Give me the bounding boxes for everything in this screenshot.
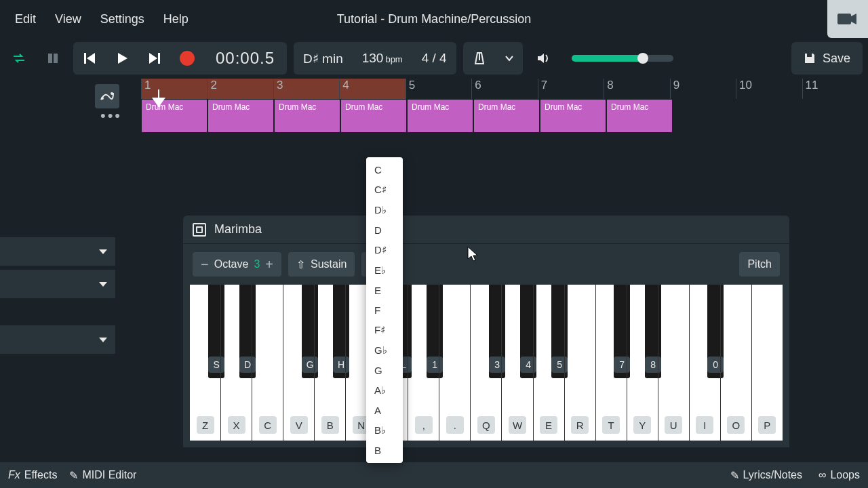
note-option[interactable]: A♭ xyxy=(366,380,403,401)
note-option[interactable]: F xyxy=(366,300,403,320)
video-camera-button[interactable] xyxy=(827,0,868,38)
piano-keyboard[interactable]: SDGHL1345780 ZXCVBN,.QWERTYUIOP xyxy=(190,285,783,441)
octave-minus[interactable]: − xyxy=(201,257,209,272)
ruler-tick[interactable]: 10 xyxy=(736,79,802,99)
instrument-name[interactable]: Marimba xyxy=(214,222,262,237)
sidebar-dropdown-3[interactable] xyxy=(0,325,115,354)
white-key[interactable]: U xyxy=(658,285,690,441)
play-button[interactable] xyxy=(106,42,138,75)
ruler-tick[interactable]: 1 xyxy=(141,79,207,99)
white-key[interactable]: W xyxy=(502,285,533,441)
note-option[interactable]: C♯ xyxy=(366,180,403,200)
midi-clip[interactable]: Drum Mac xyxy=(407,99,473,133)
note-option[interactable]: G xyxy=(366,361,403,380)
note-dropdown[interactable]: CC♯D♭DD♯E♭EFF♯G♭GA♭AB♭B xyxy=(366,157,403,463)
white-key[interactable]: , xyxy=(408,285,439,441)
octave-plus[interactable]: + xyxy=(265,257,273,272)
white-key[interactable]: Q xyxy=(471,285,502,441)
skip-back-button[interactable] xyxy=(73,42,106,75)
ruler-tick[interactable]: 3 xyxy=(273,79,339,99)
note-option[interactable]: D♭ xyxy=(366,200,403,220)
time-display[interactable]: 00:00.5 xyxy=(203,49,287,68)
save-button[interactable]: Save xyxy=(791,42,863,75)
chevron-down-icon xyxy=(99,249,107,254)
record-button[interactable] xyxy=(171,42,203,75)
lyrics-tab[interactable]: ✎ Lyrics/Notes xyxy=(730,469,802,482)
note-option[interactable]: B♭ xyxy=(366,420,403,441)
ruler-tick[interactable]: 9 xyxy=(670,79,736,99)
white-key[interactable]: T xyxy=(596,285,627,441)
clip-lane[interactable]: Drum MacDrum MacDrum MacDrum MacDrum Mac… xyxy=(141,99,673,133)
note-option[interactable]: F♯ xyxy=(366,320,403,340)
note-option[interactable]: D xyxy=(366,220,403,240)
ruler-tick[interactable]: 5 xyxy=(406,79,471,99)
timesig-selector[interactable]: 4 / 4 xyxy=(412,51,456,66)
automation-icon[interactable] xyxy=(95,84,119,108)
midi-clip[interactable]: Drum Mac xyxy=(208,99,274,133)
volume-slider[interactable] xyxy=(572,55,673,62)
split-icon[interactable] xyxy=(39,42,66,75)
white-key[interactable]: R xyxy=(565,285,596,441)
metronome-group xyxy=(463,42,523,75)
midi-clip[interactable]: Drum Mac xyxy=(540,99,606,133)
playhead[interactable] xyxy=(152,98,165,107)
white-key[interactable]: E xyxy=(534,285,565,441)
white-key[interactable]: C xyxy=(252,285,283,441)
sidebar-dropdown-2[interactable] xyxy=(0,270,115,298)
song-settings: D♯ min 130bpm 4 / 4 xyxy=(294,42,456,75)
midi-editor-tab[interactable]: ✎ MIDI Editor xyxy=(69,469,136,482)
tempo-selector[interactable]: 130bpm xyxy=(353,51,412,66)
white-key[interactable]: Y xyxy=(627,285,658,441)
timeline-ruler[interactable]: 1234567891011 xyxy=(141,79,868,99)
volume-icon[interactable] xyxy=(530,42,557,75)
ruler-tick[interactable]: 4 xyxy=(339,79,405,99)
svg-rect-4 xyxy=(158,53,160,64)
midi-clip[interactable]: Drum Mac xyxy=(340,99,407,133)
white-key[interactable]: V xyxy=(283,285,315,441)
loop-icon[interactable] xyxy=(5,42,33,75)
sidebar-dropdown-1[interactable] xyxy=(0,237,115,266)
metronome-icon[interactable] xyxy=(463,42,496,75)
note-option[interactable]: D♯ xyxy=(366,240,403,260)
midi-clip[interactable]: Drum Mac xyxy=(141,99,208,133)
white-key[interactable]: O xyxy=(721,285,752,441)
menu-edit[interactable]: Edit xyxy=(5,7,45,32)
menu-help[interactable]: Help xyxy=(154,7,198,32)
white-key[interactable]: I xyxy=(690,285,721,441)
note-option[interactable]: B xyxy=(366,441,403,460)
svg-rect-3 xyxy=(84,53,86,64)
white-key[interactable]: B xyxy=(315,285,346,441)
white-key[interactable]: P xyxy=(752,285,783,441)
white-key[interactable]: Z xyxy=(190,285,221,441)
save-icon xyxy=(804,52,816,64)
midi-clip[interactable]: Drum Mac xyxy=(274,99,340,133)
effects-tab[interactable]: Fx Effects xyxy=(8,469,57,481)
chevron-down-icon xyxy=(99,338,107,342)
ruler-tick[interactable]: 2 xyxy=(207,79,273,99)
midi-clip[interactable]: Drum Mac xyxy=(473,99,540,133)
white-key[interactable]: . xyxy=(439,285,471,441)
white-key[interactable]: X xyxy=(221,285,252,441)
key-selector[interactable]: D♯ min xyxy=(294,51,353,66)
note-option[interactable]: A xyxy=(366,401,403,420)
octave-control[interactable]: − Octave 3 + xyxy=(193,252,281,277)
menu-bar: Edit View Settings Help Tutorial - Drum … xyxy=(0,0,868,38)
note-option[interactable]: G♭ xyxy=(366,340,403,361)
midi-clip[interactable]: Drum Mac xyxy=(606,99,673,133)
menu-view[interactable]: View xyxy=(45,7,91,32)
ruler-tick[interactable]: 8 xyxy=(604,79,669,99)
svg-point-5 xyxy=(101,97,104,100)
ruler-tick[interactable]: 11 xyxy=(802,79,868,99)
ruler-tick[interactable]: 7 xyxy=(538,79,604,99)
note-option[interactable]: C xyxy=(366,160,403,180)
menu-settings[interactable]: Settings xyxy=(91,7,154,32)
ruler-tick[interactable]: 6 xyxy=(471,79,537,99)
loops-tab[interactable]: ∞ Loops xyxy=(818,469,860,482)
note-option[interactable]: E xyxy=(366,281,403,300)
instrument-icon[interactable] xyxy=(193,223,206,237)
pitch-button[interactable]: Pitch xyxy=(739,252,780,277)
sustain-button[interactable]: ⇧ Sustain xyxy=(288,252,355,277)
note-option[interactable]: E♭ xyxy=(366,260,403,281)
skip-forward-button[interactable] xyxy=(138,42,171,75)
metronome-dropdown[interactable] xyxy=(496,42,523,75)
